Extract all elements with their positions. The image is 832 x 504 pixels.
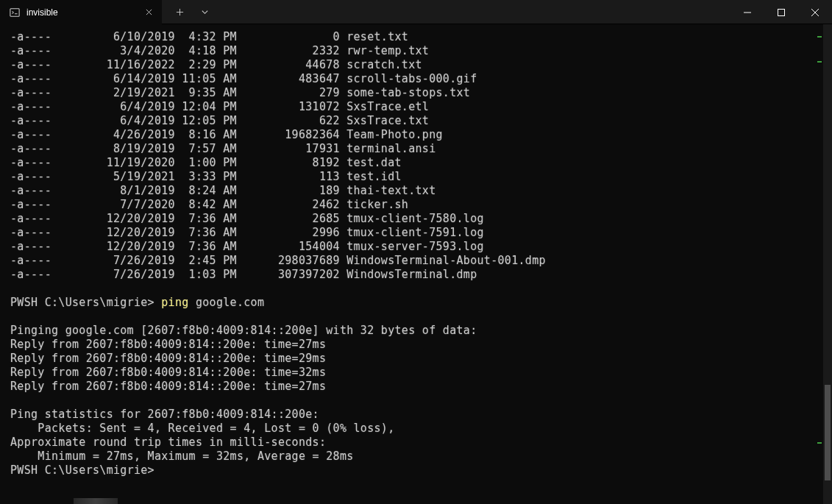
file-row: -a---- 6/4/2019 12:05 PM 622 SxsTrace.tx… [10, 114, 823, 128]
svg-rect-1 [778, 9, 785, 15]
file-row: -a---- 8/19/2019 7:57 AM 17931 terminal.… [10, 142, 823, 156]
prompt-line: PWSH C:\Users\migrie> [10, 464, 823, 478]
file-row: -a---- 3/4/2020 4:18 PM 2332 rwr-temp.tx… [10, 44, 823, 58]
ping-reply: Reply from 2607:f8b0:4009:814::200e: tim… [10, 352, 823, 366]
file-row: -a---- 7/26/2019 1:03 PM 307397202 Windo… [10, 268, 823, 282]
scroll-mark [817, 36, 822, 38]
prompt-line: PWSH C:\Users\migrie> ping google.com [10, 296, 823, 310]
tab-active[interactable]: invisible [0, 0, 162, 24]
ping-rtt-values: Minimum = 27ms, Maximum = 32ms, Average … [10, 450, 823, 464]
close-button[interactable] [798, 0, 832, 24]
file-row: -a---- 4/26/2019 8:16 AM 19682364 Team-P… [10, 128, 823, 142]
file-row: -a---- 11/19/2020 1:00 PM 8192 test.dat [10, 156, 823, 170]
ping-rtt-header: Approximate round trip times in milli-se… [10, 436, 823, 450]
scroll-mark [817, 61, 822, 63]
ping-reply: Reply from 2607:f8b0:4009:814::200e: tim… [10, 366, 823, 380]
blank-line [10, 282, 823, 296]
tab-actions [162, 0, 216, 24]
prompt-path: C:\Users\migrie> [45, 464, 154, 478]
tab-dropdown-button[interactable] [193, 1, 216, 23]
svg-rect-0 [10, 8, 19, 16]
blank-line [10, 310, 823, 324]
file-row: -a---- 8/1/2019 8:24 AM 189 thai-text.tx… [10, 184, 823, 198]
maximize-button[interactable] [764, 0, 798, 24]
scrollbar-thumb[interactable] [825, 385, 831, 480]
file-row: -a---- 6/4/2019 12:04 PM 131072 SxsTrace… [10, 100, 823, 114]
new-tab-button[interactable] [168, 1, 191, 23]
ping-header: Pinging google.com [2607:f8b0:4009:814::… [10, 324, 823, 338]
file-row: -a---- 12/20/2019 7:36 AM 2996 tmux-clie… [10, 226, 823, 240]
prompt-args: google.com [189, 296, 265, 310]
file-row: -a---- 12/20/2019 7:36 AM 2685 tmux-clie… [10, 212, 823, 226]
file-row: -a---- 6/10/2019 4:32 PM 0 reset.txt [10, 30, 823, 44]
file-row: -a---- 7/26/2019 2:45 PM 298037689 Windo… [10, 254, 823, 268]
prompt-prefix: PWSH [10, 464, 45, 478]
prompt-command: ping [161, 296, 188, 310]
file-row: -a---- 11/16/2022 2:29 PM 44678 scratch.… [10, 58, 823, 72]
ping-reply: Reply from 2607:f8b0:4009:814::200e: tim… [10, 380, 823, 394]
ping-reply: Reply from 2607:f8b0:4009:814::200e: tim… [10, 338, 823, 352]
titlebar: invisible [0, 0, 832, 24]
minimize-button[interactable] [730, 0, 764, 24]
ping-stats-header: Ping statistics for 2607:f8b0:4009:814::… [10, 408, 823, 422]
scrollbar[interactable] [823, 24, 832, 504]
file-row: -a---- 6/14/2019 11:05 AM 483647 scroll-… [10, 72, 823, 86]
file-row: -a---- 7/7/2020 8:42 AM 2462 ticker.sh [10, 198, 823, 212]
file-row: -a---- 2/19/2021 9:35 AM 279 some-tab-st… [10, 86, 823, 100]
terminal-icon [9, 7, 21, 18]
taskbar-thumbnail [74, 498, 118, 504]
prompt-path: C:\Users\migrie> [45, 296, 162, 310]
scroll-mark [817, 442, 822, 444]
titlebar-drag-area[interactable] [216, 0, 730, 24]
window-controls [730, 0, 832, 24]
prompt-prefix: PWSH [10, 296, 45, 310]
tab-title: invisible [26, 7, 137, 18]
terminal-content[interactable]: -a---- 6/10/2019 4:32 PM 0 reset.txt-a--… [0, 24, 823, 504]
file-row: -a---- 5/19/2021 3:33 PM 113 test.idl [10, 170, 823, 184]
blank-line [10, 394, 823, 408]
ping-packets: Packets: Sent = 4, Received = 4, Lost = … [10, 422, 823, 436]
tab-close-button[interactable] [143, 7, 154, 18]
file-row: -a---- 12/20/2019 7:36 AM 154004 tmux-se… [10, 240, 823, 254]
terminal-area: -a---- 6/10/2019 4:32 PM 0 reset.txt-a--… [0, 24, 832, 504]
